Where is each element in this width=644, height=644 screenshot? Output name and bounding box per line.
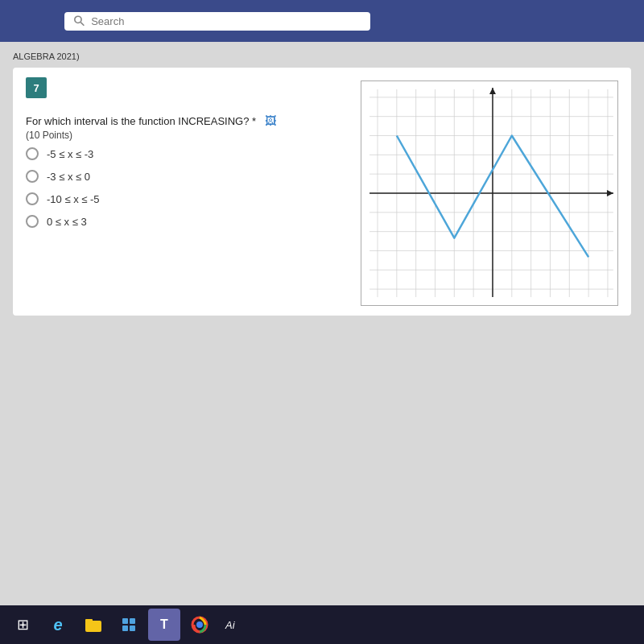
- option-label-4: 0 ≤ x ≤ 3: [47, 216, 87, 228]
- ai-label: Ai: [225, 617, 235, 632]
- svg-point-0: [75, 16, 81, 23]
- graph-svg: [361, 81, 617, 305]
- svg-rect-34: [122, 625, 128, 631]
- option-item-2[interactable]: -3 ≤ x ≤ 0: [26, 170, 348, 183]
- radio-opt4[interactable]: [26, 215, 39, 228]
- svg-line-1: [80, 23, 84, 26]
- option-item-1[interactable]: -5 ≤ x ≤ -3: [26, 147, 348, 160]
- svg-rect-33: [130, 618, 135, 624]
- teams-taskbar-icon[interactable]: T: [148, 609, 180, 641]
- option-item-4[interactable]: 0 ≤ x ≤ 3: [26, 215, 348, 228]
- question-left: For which interval is the function INCRE…: [26, 80, 348, 306]
- main-area: ALGEBRA 2021) 7 For which interval is th…: [0, 42, 644, 605]
- radio-opt3[interactable]: [26, 192, 39, 205]
- svg-point-37: [196, 621, 203, 628]
- folder-icon: [85, 616, 102, 634]
- graph-container: [361, 80, 618, 306]
- windows-taskbar-icon[interactable]: ⊞: [6, 609, 39, 641]
- edge-taskbar-icon[interactable]: e: [42, 609, 74, 641]
- svg-rect-32: [122, 618, 128, 624]
- svg-rect-31: [85, 619, 93, 622]
- question-content: For which interval is the function INCRE…: [26, 77, 618, 306]
- top-bar: [0, 0, 644, 42]
- svg-rect-30: [85, 621, 101, 632]
- breadcrumb: ALGEBRA 2021): [13, 48, 631, 68]
- options-list: -5 ≤ x ≤ -3 -3 ≤ x ≤ 0 -10 ≤ x ≤ -5 0 ≤ …: [26, 147, 348, 228]
- chrome-taskbar-icon[interactable]: [184, 609, 216, 641]
- svg-marker-29: [489, 88, 496, 94]
- search-box[interactable]: [64, 12, 370, 31]
- svg-marker-27: [607, 190, 613, 196]
- taskbar: ⊞ e T Ai: [0, 605, 644, 644]
- radio-opt2[interactable]: [26, 170, 39, 183]
- question-card: 7 For which interval is the function INC…: [13, 68, 631, 316]
- question-points: (10 Points): [26, 130, 348, 141]
- radio-opt1[interactable]: [26, 147, 39, 160]
- option-label-2: -3 ≤ x ≤ 0: [47, 171, 90, 183]
- chrome-icon: [191, 616, 208, 634]
- store-taskbar-icon[interactable]: [113, 609, 145, 641]
- question-number-badge: 7: [26, 77, 47, 98]
- option-label-1: -5 ≤ x ≤ -3: [47, 148, 93, 160]
- store-icon: [121, 617, 137, 633]
- search-icon: [74, 15, 85, 27]
- image-icon: 🖼: [265, 114, 276, 127]
- option-item-3[interactable]: -10 ≤ x ≤ -5: [26, 192, 348, 205]
- svg-rect-35: [130, 625, 135, 631]
- option-label-3: -10 ≤ x ≤ -5: [47, 193, 100, 205]
- explorer-taskbar-icon[interactable]: [77, 609, 109, 641]
- question-text: For which interval is the function INCRE…: [26, 113, 348, 130]
- search-input[interactable]: [91, 15, 361, 27]
